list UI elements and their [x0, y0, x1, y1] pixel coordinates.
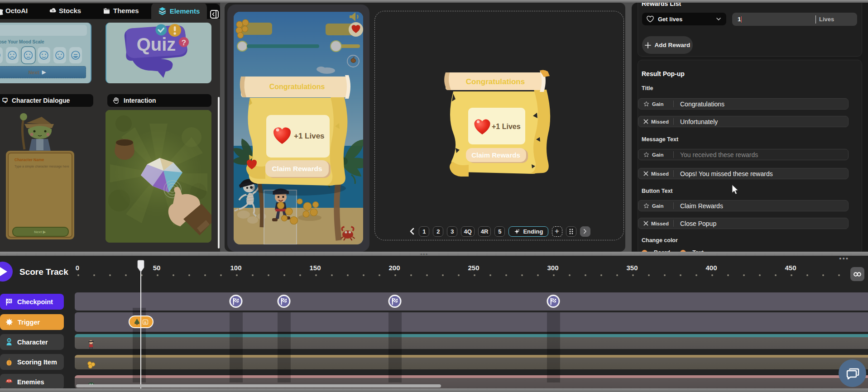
- svg-text:+1 Lives: +1 Lives: [492, 123, 521, 130]
- svg-text:+1 Lives: +1 Lives: [294, 132, 325, 140]
- svg-text:Congratulations: Congratulations: [269, 83, 325, 91]
- svg-text:Claim Rewards: Claim Rewards: [471, 151, 520, 159]
- svg-text:Quiz: Quiz: [137, 34, 176, 54]
- svg-text:Claim Rewards: Claim Rewards: [272, 165, 322, 172]
- svg-text:?: ?: [182, 38, 186, 47]
- svg-text:B: B: [144, 321, 146, 324]
- svg-text:Type a simple character messag: Type a simple character message here: [14, 165, 69, 168]
- svg-text:Character Name: Character Name: [14, 158, 44, 162]
- svg-text:Next ▶: Next ▶: [34, 230, 46, 234]
- svg-text:Congratulations: Congratulations: [466, 77, 525, 86]
